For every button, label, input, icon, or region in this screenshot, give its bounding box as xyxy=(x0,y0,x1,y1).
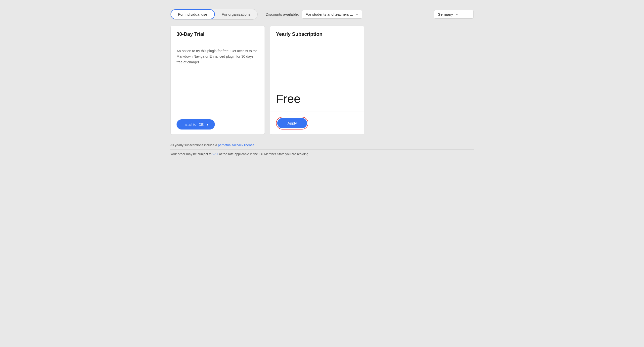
country-dropdown[interactable]: Germany ▼ xyxy=(434,10,474,19)
install-to-ide-button[interactable]: Install to IDE ▼ xyxy=(176,119,215,130)
yearly-card: Yearly Subscription Free Apply xyxy=(270,26,364,135)
install-btn-label: Install to IDE xyxy=(182,122,204,126)
vat-link[interactable]: VAT xyxy=(212,152,218,156)
trial-card: 30-Day Trial An option to try this plugi… xyxy=(170,26,265,135)
apply-button[interactable]: Apply xyxy=(277,118,307,128)
page-container: For individual use For organizations Dis… xyxy=(168,5,476,161)
footer-note1-suffix: . xyxy=(254,143,255,147)
price-value: Free xyxy=(276,92,300,106)
footer-notes: All yearly subscriptions include a perpe… xyxy=(168,135,476,161)
main-content: 30-Day Trial An option to try this plugi… xyxy=(168,26,476,135)
trial-card-description: An option to try this plugin for free. G… xyxy=(176,48,258,65)
price-section: Free xyxy=(270,42,364,112)
country-dropdown-text: Germany xyxy=(438,12,453,16)
footer-note2-suffix: at the rate applicable in the EU Member … xyxy=(218,152,309,156)
tab-individual-use[interactable]: For individual use xyxy=(170,9,215,20)
trial-card-footer: Install to IDE ▼ xyxy=(170,114,264,134)
discounts-dropdown[interactable]: For students and teachers ... ▼ xyxy=(302,10,362,19)
apply-section: Apply xyxy=(270,112,364,134)
tab-organizations[interactable]: For organizations xyxy=(215,10,258,19)
yearly-card-title: Yearly Subscription xyxy=(276,31,322,37)
perpetual-fallback-license-link[interactable]: perpetual fallback license xyxy=(218,143,254,147)
discounts-section: Discounts available: For students and te… xyxy=(266,10,362,19)
country-dropdown-arrow: ▼ xyxy=(456,13,458,16)
tab-group: For individual use For organizations xyxy=(170,9,258,20)
yearly-card-header: Yearly Subscription xyxy=(270,26,364,42)
trial-card-header: 30-Day Trial xyxy=(170,26,264,42)
footer-note1-prefix: All yearly subscriptions include a xyxy=(170,143,218,147)
trial-card-title: 30-Day Trial xyxy=(176,31,204,37)
top-nav: For individual use For organizations Dis… xyxy=(168,5,476,26)
footer-note2-prefix: Your order may be subject to xyxy=(170,152,212,156)
discounts-dropdown-text: For students and teachers ... xyxy=(306,12,353,16)
apply-btn-wrapper: Apply xyxy=(276,117,308,130)
discounts-label: Discounts available: xyxy=(266,12,299,16)
install-btn-arrow-icon: ▼ xyxy=(206,123,209,126)
footer-note-perpetual: All yearly subscriptions include a perpe… xyxy=(170,141,474,150)
discounts-dropdown-arrow: ▼ xyxy=(356,13,358,16)
footer-note-vat: Your order may be subject to VAT at the … xyxy=(170,150,474,158)
trial-card-body: An option to try this plugin for free. G… xyxy=(170,42,264,114)
